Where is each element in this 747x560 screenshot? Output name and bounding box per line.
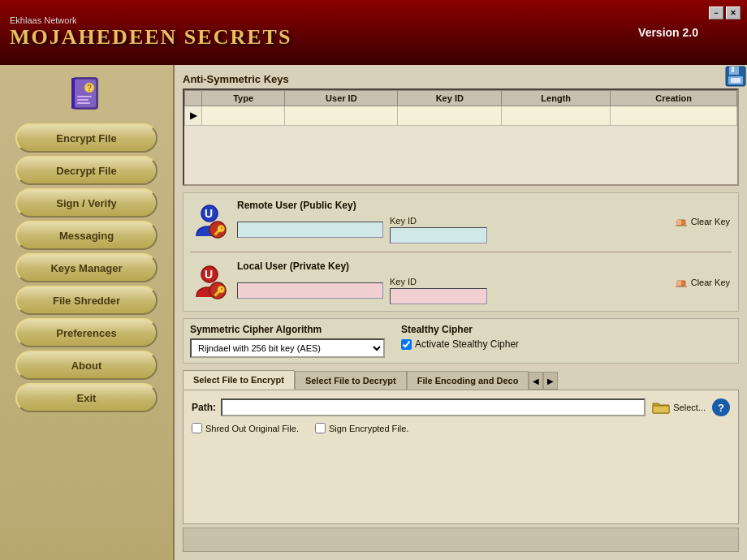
minimize-button[interactable]: − — [709, 6, 723, 19]
tab-encrypt[interactable]: Select File to Encrypt — [183, 370, 295, 390]
sign-check-label[interactable]: Sign Encrypted File. — [315, 423, 408, 433]
col-type: Type — [202, 91, 285, 106]
symmetric-cipher-select[interactable]: Rijndael with 256 bit key (AES) Twofish … — [190, 338, 385, 358]
svg-rect-6 — [77, 99, 89, 101]
local-keyid-group: Key ID — [390, 277, 487, 304]
svg-rect-10 — [732, 67, 734, 72]
svg-rect-18 — [677, 220, 681, 225]
sign-checkbox[interactable] — [315, 423, 326, 433]
cell-creation — [611, 106, 737, 126]
eraser-icon-local — [675, 276, 688, 289]
main-container: ? Encrypt File Decrypt File Sign / Verif… — [0, 65, 747, 560]
decrypt-file-button[interactable]: Decrypt File — [15, 156, 158, 185]
tab-scroll-left[interactable]: ◀ — [529, 372, 543, 390]
tab-content-area: Path: Select... ? Shred Out Origina — [183, 390, 739, 524]
tabs-container: Select File to Encrypt Select File to De… — [183, 370, 739, 552]
col-userid: User ID — [285, 91, 398, 106]
keys-table-container: Type User ID Key ID Length Creation ▶ — [183, 88, 739, 186]
local-clear-key-button[interactable]: Clear Key — [673, 274, 732, 291]
local-user-row: U 🔑 Local User (Private Key) Key ID — [190, 261, 732, 304]
sign-label: Sign Encrypted File. — [329, 424, 408, 433]
select-file-button[interactable]: Select... — [650, 398, 707, 416]
keys-table: Type User ID Key ID Length Creation ▶ — [184, 90, 737, 126]
preferences-button[interactable]: Preferences — [15, 318, 158, 347]
symmetric-cipher-label: Symmetric Cipher Algorithm — [190, 324, 385, 335]
cell-length — [502, 106, 611, 126]
bottom-status-bar — [183, 528, 739, 552]
remote-clear-key-button[interactable]: Clear Key — [673, 213, 732, 230]
eraser-icon — [675, 215, 688, 228]
shred-checkbox[interactable] — [192, 423, 202, 433]
col-length: Length — [502, 91, 611, 106]
local-user-icon: U 🔑 — [190, 263, 229, 302]
local-clear-label: Clear Key — [691, 278, 730, 287]
svg-rect-12 — [731, 78, 741, 83]
svg-text:U: U — [205, 268, 213, 281]
svg-rect-7 — [77, 102, 90, 104]
path-label: Path: — [192, 402, 216, 413]
remote-user-inputs: Key ID — [237, 216, 665, 243]
save-icon-area — [724, 65, 747, 90]
remote-user-icon: U 🔑 — [190, 202, 229, 241]
titlebar-branding: Ekhlaas Network MOJAHEDEEN SECRETS — [10, 15, 291, 50]
file-shredder-button[interactable]: File Shredder — [15, 286, 158, 315]
col-creation: Creation — [611, 91, 737, 106]
svg-rect-27 — [653, 406, 669, 413]
stealthy-cipher-group: Stealthy Cipher Activate Stealthy Cipher — [401, 324, 519, 358]
messaging-button[interactable]: Messaging — [15, 221, 158, 250]
svg-rect-25 — [677, 281, 681, 286]
symmetric-cipher-group: Symmetric Cipher Algorithm Rijndael with… — [190, 324, 385, 358]
anti-symmetric-keys-section: Anti-Symmetric Keys Type User ID Key ID … — [183, 73, 739, 186]
local-user-input[interactable] — [237, 282, 383, 299]
folder-icon — [652, 400, 670, 415]
remote-keyid-group: Key ID — [390, 216, 487, 243]
svg-text:🔑: 🔑 — [214, 224, 226, 236]
stealthy-cipher-checkbox[interactable] — [401, 339, 412, 350]
svg-text:U: U — [205, 207, 213, 220]
keys-manager-button[interactable]: Keys Manager — [15, 253, 158, 282]
local-keyid-input[interactable] — [390, 288, 487, 304]
sign-verify-button[interactable]: Sign / Verify — [15, 188, 158, 218]
path-row: Path: Select... ? — [192, 398, 730, 416]
cell-keyid — [398, 106, 502, 126]
svg-text:?: ? — [87, 84, 92, 93]
shred-check-label[interactable]: Shred Out Original File. — [192, 423, 299, 433]
table-row[interactable]: ▶ — [185, 106, 737, 126]
tab-encoding[interactable]: File Encoding and Deco — [407, 371, 529, 390]
cipher-section: Symmetric Cipher Algorithm Rijndael with… — [183, 318, 739, 364]
shred-label: Shred Out Original File. — [205, 424, 299, 433]
save-icon[interactable] — [724, 65, 747, 88]
sidebar: ? Encrypt File Decrypt File Sign / Verif… — [0, 65, 175, 560]
tab-bar: Select File to Encrypt Select File to De… — [183, 370, 739, 390]
tab-decrypt[interactable]: Select File to Decrypt — [295, 371, 407, 390]
about-button[interactable]: About — [15, 351, 158, 380]
col-keyid: Key ID — [398, 91, 502, 106]
local-user-fields: Local User (Private Key) Key ID — [237, 261, 665, 304]
exit-button[interactable]: Exit — [15, 383, 158, 412]
svg-rect-2 — [71, 78, 75, 109]
row-indicator: ▶ — [185, 106, 202, 126]
remote-keyid-input[interactable] — [390, 227, 487, 243]
app-title: MOJAHEDEEN SECRETS — [10, 25, 291, 50]
cell-userid — [285, 106, 398, 126]
close-button[interactable]: ✕ — [726, 6, 741, 19]
stealthy-cipher-check-label[interactable]: Activate Stealthy Cipher — [401, 338, 519, 350]
remote-keyid-label: Key ID — [390, 216, 487, 226]
remote-user-input[interactable] — [237, 222, 383, 238]
user-keys-section: U 🔑 Remote User (Public Key) Key ID — [183, 192, 739, 312]
select-btn-label: Select... — [673, 403, 706, 412]
remote-user-fields: Remote User (Public Key) Key ID — [237, 200, 665, 243]
titlebar: Ekhlaas Network MOJAHEDEEN SECRETS Versi… — [0, 0, 747, 65]
tab-scroll-right[interactable]: ▶ — [543, 372, 558, 390]
remote-user-row: U 🔑 Remote User (Public Key) Key ID — [190, 200, 732, 243]
col-indicator — [185, 91, 202, 106]
stealthy-cipher-checkbox-label: Activate Stealthy Cipher — [415, 338, 519, 350]
stealthy-cipher-label: Stealthy Cipher — [401, 324, 519, 335]
sidebar-icon: ? — [67, 73, 107, 114]
anti-symmetric-title: Anti-Symmetric Keys — [183, 73, 739, 85]
encrypt-file-button[interactable]: Encrypt File — [15, 123, 158, 153]
checkbox-row: Shred Out Original File. Sign Encrypted … — [192, 423, 730, 433]
help-button[interactable]: ? — [712, 398, 730, 416]
remote-clear-label: Clear Key — [691, 217, 730, 226]
path-input[interactable] — [221, 398, 646, 416]
